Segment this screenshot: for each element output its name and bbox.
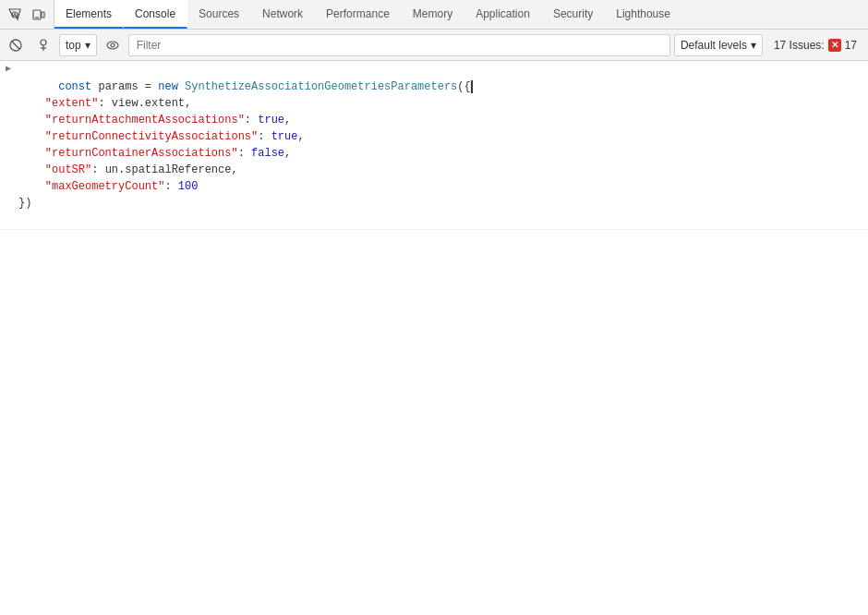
inspect-element-button[interactable] (4, 4, 26, 26)
tab-security[interactable]: Security (542, 0, 605, 29)
tab-performance[interactable]: Performance (315, 0, 402, 29)
tab-network[interactable]: Network (251, 0, 315, 29)
show-settings-button[interactable] (31, 33, 55, 57)
levels-selector[interactable]: Default levels ▾ (674, 34, 763, 56)
console-output: ▶ const params = new SynthetizeAssociati… (0, 61, 868, 615)
svg-line-5 (12, 42, 19, 49)
svg-point-10 (111, 43, 115, 47)
svg-rect-2 (42, 12, 44, 18)
filter-input[interactable] (128, 34, 670, 56)
context-selector[interactable]: top ▾ (59, 34, 97, 56)
device-toolbar-button[interactable] (28, 4, 50, 26)
eye-button[interactable] (101, 33, 125, 57)
tab-lighthouse[interactable]: Lighthouse (605, 0, 682, 29)
tab-bar: Elements Console Sources Network Perform… (0, 0, 868, 30)
tab-application[interactable]: Application (464, 0, 542, 29)
svg-point-6 (41, 40, 46, 45)
console-toolbar: top ▾ Default levels ▾ 17 Issues: ✕ 17 (0, 30, 868, 61)
devtools-icons (0, 0, 54, 29)
tab-sources[interactable]: Sources (187, 0, 251, 29)
expand-icon[interactable]: ▶ (0, 61, 15, 78)
tab-memory[interactable]: Memory (402, 0, 464, 29)
svg-point-9 (107, 42, 118, 49)
error-icon: ✕ (828, 39, 841, 52)
tab-elements[interactable]: Elements (54, 0, 124, 29)
console-log-entry: ▶ const params = new SynthetizeAssociati… (0, 61, 868, 230)
issues-badge[interactable]: 17 Issues: ✕ 17 (766, 34, 864, 56)
tab-console[interactable]: Console (124, 0, 187, 29)
clear-console-button[interactable] (4, 33, 28, 57)
console-entry-text: const params = new SynthetizeAssociation… (15, 61, 868, 229)
